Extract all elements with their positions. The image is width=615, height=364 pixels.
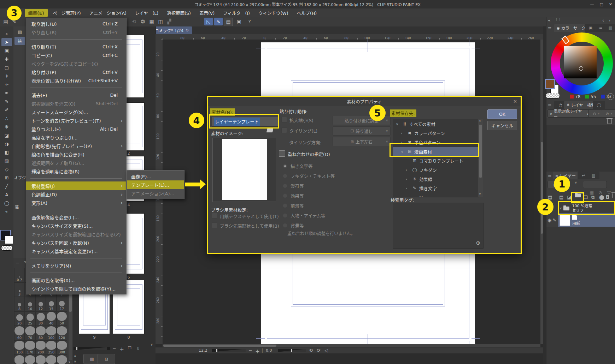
- brush-size-cell[interactable]: 100: [46, 326, 57, 340]
- tree-expander-icon[interactable]: ∨: [396, 122, 400, 126]
- submenu-item[interactable]: アニメーション(A)...: [127, 189, 184, 197]
- tool-button[interactable]: ⌁: [1, 208, 12, 216]
- tool-button[interactable]: ✒: [1, 89, 12, 97]
- apply-mask-icon[interactable]: ◘: [606, 195, 609, 200]
- edit-menu-item[interactable]: 線の色を描画色に変更(H): [26, 150, 126, 159]
- opacity-field[interactable]: [583, 181, 607, 188]
- redo-icon[interactable]: ⟲: [130, 18, 138, 25]
- chevron-down-icon[interactable]: ∨: [575, 181, 577, 184]
- tool-button[interactable]: ∴: [1, 114, 12, 123]
- layer-list-view-icon[interactable]: ▤: [548, 195, 552, 200]
- sv-indicator[interactable]: [579, 66, 583, 71]
- overlay-radio-option[interactable]: 背景等: [283, 220, 375, 230]
- nav-left-icon[interactable]: ‹: [602, 18, 604, 23]
- window-layout-icon[interactable]: ▣: [235, 18, 243, 25]
- brush-size-cell[interactable]: 120: [57, 326, 67, 340]
- nav-right-icon[interactable]: ›: [609, 18, 610, 23]
- add-tag-icon[interactable]: ⊕: [476, 240, 480, 246]
- brush-size-cell[interactable]: 200: [35, 340, 46, 355]
- overlay-radio-option[interactable]: フキダシ・テキスト等: [283, 171, 375, 181]
- edit-menu-item[interactable]: ベクターをSVG形式でコピー(K): [26, 59, 126, 68]
- tool-button[interactable]: ◯: [1, 199, 12, 207]
- scroll-up-icon[interactable]: ∧: [74, 354, 76, 358]
- panel-menu-icon[interactable]: ≡: [16, 260, 19, 265]
- zoom-in-icon[interactable]: ＋: [119, 346, 124, 352]
- brush-size-cell[interactable]: 50: [57, 311, 67, 326]
- brush-size-cell[interactable]: 80: [35, 326, 46, 340]
- overlay-checkbox[interactable]: [279, 150, 285, 157]
- tool-button[interactable]: ✎: [1, 97, 12, 106]
- edit-menu-item[interactable]: メモリをクリア(M) ›: [26, 261, 126, 270]
- brush-size-cell[interactable]: 500: [25, 355, 35, 364]
- submenu-item[interactable]: テンプレート(L)...: [127, 180, 184, 189]
- brush-size-cell[interactable]: 70: [25, 326, 35, 340]
- edit-menu-item[interactable]: 消去(E) Del: [26, 91, 126, 99]
- material-tree-row[interactable]: › ✎ 描き文字: [393, 184, 479, 193]
- edit-menu-item[interactable]: 輝度を透明度に変換(B): [26, 167, 126, 175]
- overlay-radio-option[interactable]: 効果等: [283, 191, 375, 201]
- dialog-close-icon[interactable]: ✕: [513, 99, 517, 104]
- tool-button[interactable]: ▨: [1, 157, 12, 165]
- trash-icon[interactable]: [612, 193, 615, 198]
- tool-button[interactable]: ⊞: [1, 174, 12, 182]
- zoom-out-icon[interactable]: −: [112, 346, 116, 351]
- visibility-eye-icon[interactable]: ◉: [547, 217, 551, 223]
- brush-size-cell[interactable]: 8: [14, 297, 25, 311]
- saturation-value-square[interactable]: [564, 46, 597, 78]
- sub-color-swatch[interactable]: [5, 235, 13, 244]
- brush-size-cell[interactable]: 150: [14, 340, 25, 355]
- single-view-icon[interactable]: ▯: [137, 346, 139, 350]
- snap-special-ruler-icon[interactable]: ∿: [214, 18, 223, 25]
- material-tree-row[interactable]: ⊞ コマ割りテンプレート: [393, 156, 479, 165]
- menu-bar-item[interactable]: ページ管理(P): [49, 9, 84, 17]
- repeat-dropdown[interactable]: ❐ 繰り返し∨: [333, 126, 391, 136]
- panel-menu-icon[interactable]: ≡: [548, 25, 552, 31]
- edit-menu-item[interactable]: 画像解像度を変更(L)...: [26, 213, 126, 221]
- zoom-out-icon[interactable]: −: [248, 348, 252, 353]
- edit-menu-item[interactable]: 選択範囲をフチ取り(G)...: [26, 159, 126, 167]
- edit-menu-item[interactable]: 取り消し(U) Ctrl+Z: [26, 19, 126, 28]
- scale-checkbox[interactable]: [281, 117, 287, 123]
- tool-button[interactable]: ◧: [1, 148, 12, 156]
- edit-menu-item[interactable]: [26, 207, 126, 213]
- selected-subtool-button[interactable]: 挟: [14, 37, 25, 45]
- brush-size-cell[interactable]: 250: [46, 340, 57, 355]
- new-vector-layer-icon[interactable]: ◪: [567, 195, 571, 200]
- tab-animation[interactable]: ▥: [587, 172, 599, 179]
- brush-size-cell[interactable]: 12: [35, 297, 46, 311]
- trash-icon[interactable]: [607, 119, 612, 124]
- help-icon[interactable]: ?: [245, 18, 254, 25]
- tab-balloon-search[interactable]: ◯: [593, 101, 605, 109]
- layer-row-folder[interactable]: ∨ 100 %通常 セリフ: [558, 203, 615, 214]
- brush-size-cell[interactable]: 0.7: [14, 268, 25, 282]
- overlay-radio-option[interactable]: 前景等: [283, 201, 375, 210]
- brush-size-cell[interactable]: 25: [25, 311, 35, 326]
- brush-size-cell[interactable]: 170: [25, 340, 35, 355]
- tree-expander-icon[interactable]: ›: [401, 131, 405, 135]
- new-folder-icon[interactable]: [575, 193, 581, 197]
- tree-expander-icon[interactable]: ›: [406, 168, 410, 172]
- menu-bar-item[interactable]: アニメーション(A): [86, 9, 130, 17]
- panel-menu-icon[interactable]: ≡: [548, 173, 552, 178]
- paper-texture-checkbox[interactable]: [212, 213, 217, 219]
- edit-menu-item[interactable]: 表示位置に貼り付け(W) Ctrl+Shift+V: [26, 76, 126, 85]
- edit-menu-item[interactable]: [26, 270, 126, 276]
- brush-size-cell[interactable]: 800: [57, 355, 67, 364]
- edit-menu-item[interactable]: やり直し(R) Ctrl+Y: [26, 28, 126, 36]
- brush-size-cell[interactable]: 40: [46, 311, 57, 326]
- combine-layer-icon[interactable]: ⧉: [591, 195, 594, 200]
- edit-menu-item[interactable]: キャンバスサイズを選択範囲に合わせる(Z): [26, 230, 126, 238]
- material-tree-row[interactable]: › ✖ カラーパターン: [393, 129, 479, 138]
- rotate-ccw-icon[interactable]: ⟲: [309, 348, 313, 353]
- zoom-in-icon[interactable]: ＋: [255, 348, 260, 354]
- edit-menu-item[interactable]: [26, 36, 126, 42]
- tool-button[interactable]: A: [1, 191, 12, 199]
- brush-tip-checkbox[interactable]: [212, 222, 217, 228]
- next-color-icon[interactable]: ▷: [607, 93, 614, 100]
- menu-bar-item[interactable]: 表示(V): [196, 9, 218, 17]
- material-tree-row[interactable]: › ◯ フキダシ: [393, 165, 479, 174]
- tree-expander-icon[interactable]: ›: [401, 141, 405, 144]
- tool-button[interactable]: ✚: [1, 55, 12, 63]
- tone-area-icon[interactable]: ▞: [165, 18, 174, 25]
- search-tags-box[interactable]: ⊕: [393, 203, 484, 249]
